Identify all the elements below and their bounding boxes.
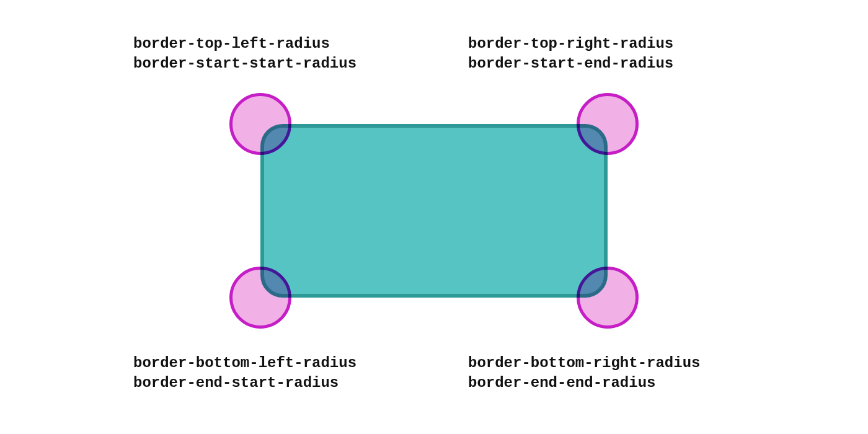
label-top-left: border-top-left-radius border-start-star… [133, 34, 356, 74]
label-top-right: border-top-right-radius border-start-end… [468, 34, 673, 74]
corner-marker-top-right [577, 93, 639, 155]
corner-marker-bottom-right [577, 267, 639, 329]
corner-marker-top-left [229, 93, 291, 155]
corner-marker-bottom-left [229, 267, 291, 329]
rounded-rectangle [260, 124, 608, 298]
label-bottom-right: border-bottom-right-radius border-end-en… [468, 353, 700, 394]
label-bottom-left: border-bottom-left-radius border-end-sta… [133, 353, 356, 394]
diagram-stage: border-top-left-radius border-start-star… [0, 0, 868, 434]
